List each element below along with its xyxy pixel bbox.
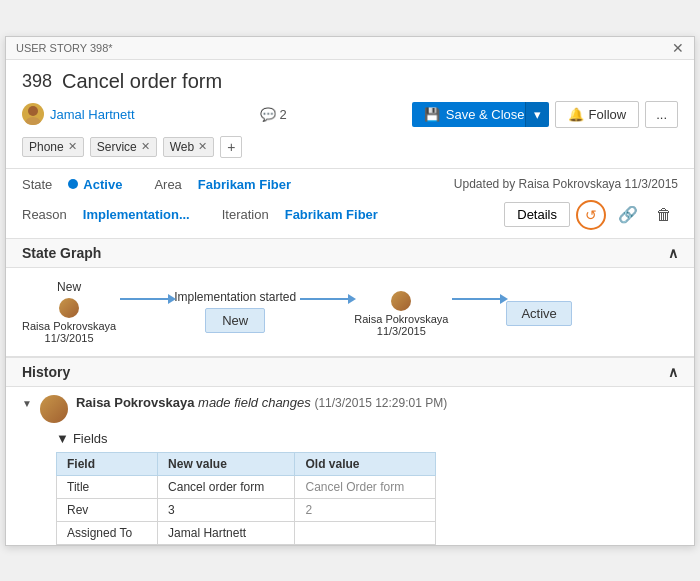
history-title: History [22, 364, 70, 380]
arrow2 [300, 294, 350, 330]
meta-row2: Reason Implementation... Iteration Fabri… [6, 196, 694, 238]
link-button[interactable]: 🔗 [612, 201, 644, 228]
toolbar-buttons: 💾 Save & Close ▾ 🔔 Follow ... [412, 101, 678, 128]
save-icon: 💾 [424, 107, 440, 122]
follow-button[interactable]: 🔔 Follow [555, 101, 640, 128]
story-title: Cancel order form [62, 70, 222, 93]
history-collapse[interactable]: ∧ [668, 364, 678, 380]
history-clock-icon: ↺ [585, 207, 597, 223]
fields-section: ▼ Fields Field New value Old value Title… [6, 431, 694, 545]
details-button[interactable]: Details [504, 202, 570, 227]
tag-service-label: Service [97, 140, 137, 154]
more-button[interactable]: ... [645, 101, 678, 128]
history-action: made field changes [198, 395, 311, 410]
state-node-new-start: New Raisa Pokrovskaya 11/3/2015 [22, 280, 116, 344]
save-close-button[interactable]: 💾 Save & Close [412, 102, 525, 127]
history-user: Raisa Pokrovskaya [76, 395, 195, 410]
table-row: Rev 3 2 [57, 498, 436, 521]
follow-icon: 🔔 [568, 107, 584, 122]
state-value: Active [68, 177, 122, 192]
comment-count: 2 [280, 107, 287, 122]
tag-web-label: Web [170, 140, 194, 154]
table-row: Title Cancel order form Cancel Order for… [57, 475, 436, 498]
history-timestamp: (11/3/2015 12:29:01 PM) [314, 396, 447, 410]
state-node-impl-label: Implementation started [174, 290, 296, 304]
field-old-assigned [295, 521, 436, 544]
state-label: State [22, 177, 52, 192]
field-new-rev: 3 [158, 498, 295, 521]
tag-phone: Phone ✕ [22, 137, 84, 157]
active-dot [68, 179, 78, 189]
main-window: USER STORY 398* ✕ 398 Cancel order form … [5, 36, 695, 546]
arrow2-line [300, 298, 350, 300]
field-old-title: Cancel Order form [295, 475, 436, 498]
tag-service-close[interactable]: ✕ [141, 140, 150, 153]
state-node-new-label: New [57, 280, 81, 294]
state-graph-collapse[interactable]: ∧ [668, 245, 678, 261]
state-graph-header: State Graph ∧ [6, 238, 694, 268]
field-old-rev: 2 [295, 498, 436, 521]
state-node-active-box: Active [506, 297, 571, 326]
comment-area[interactable]: 💬 2 [260, 107, 287, 122]
tag-web-close[interactable]: ✕ [198, 140, 207, 153]
fields-label: Fields [73, 431, 108, 446]
history-header: History ∧ [6, 357, 694, 387]
arrow3-line [452, 298, 502, 300]
save-label: Save & Close [446, 107, 525, 122]
user-info: Jamal Hartnett [22, 103, 135, 125]
area-label: Area [154, 177, 181, 192]
state-node-avatar1 [59, 298, 79, 318]
details-buttons: Details ↺ 🔗 🗑 [504, 200, 678, 230]
reason-label: Reason [22, 207, 67, 222]
close-button[interactable]: ✕ [672, 41, 684, 55]
delete-button[interactable]: 🗑 [650, 202, 678, 228]
arrow1-line [120, 298, 170, 300]
add-tag-button[interactable]: + [220, 136, 242, 158]
iteration-label: Iteration [222, 207, 269, 222]
fields-header-row: Field New value Old value [57, 452, 436, 475]
state-node-avatar2 [391, 291, 411, 311]
table-row: Assigned To Jamal Hartnett [57, 521, 436, 544]
assignee-name: Jamal Hartnett [50, 107, 135, 122]
state-box-active: Active [506, 301, 571, 326]
reason-value: Implementation... [83, 207, 190, 222]
svg-point-1 [25, 117, 41, 125]
history-section: History ∧ ▼ Raisa Pokrovskaya made field… [6, 356, 694, 545]
arrow1 [120, 294, 170, 330]
state-graph-title: State Graph [22, 245, 101, 261]
history-entry: ▼ Raisa Pokrovskaya made field changes (… [6, 387, 694, 431]
save-dropdown-button[interactable]: ▾ [525, 102, 549, 127]
title-bar-label: USER STORY 398* [16, 42, 113, 54]
tags-row: Phone ✕ Service ✕ Web ✕ + [22, 136, 678, 158]
svg-point-0 [28, 106, 38, 116]
fields-triangle: ▼ [56, 431, 69, 446]
tag-phone-label: Phone [29, 140, 64, 154]
tag-phone-close[interactable]: ✕ [68, 140, 77, 153]
comment-icon: 💬 [260, 107, 276, 122]
history-icon-button[interactable]: ↺ [576, 200, 606, 230]
state-graph: New Raisa Pokrovskaya 11/3/2015 Implemen… [6, 268, 694, 356]
state-user2: Raisa Pokrovskaya [354, 313, 448, 325]
meta-row1: State Active Area Fabrikam Fiber Updated… [6, 169, 694, 196]
follow-label: Follow [589, 107, 627, 122]
fields-table: Field New value Old value Title Cancel o… [56, 452, 436, 545]
state-node-impl: Raisa Pokrovskaya 11/3/2015 [354, 287, 448, 337]
state-date2: 11/3/2015 [377, 325, 426, 337]
history-entry-text: Raisa Pokrovskaya made field changes (11… [76, 395, 447, 410]
field-name-rev: Rev [57, 498, 158, 521]
state-user1: Raisa Pokrovskaya [22, 320, 116, 332]
field-new-title: Cancel order form [158, 475, 295, 498]
history-avatar [40, 395, 68, 423]
area-value: Fabrikam Fiber [198, 177, 291, 192]
fields-header: ▼ Fields [56, 431, 678, 446]
col-field: Field [57, 452, 158, 475]
state-node-new-box: Implementation started New [174, 290, 296, 333]
state-date1: 11/3/2015 [45, 332, 94, 344]
save-group: 💾 Save & Close ▾ [412, 102, 549, 127]
header-section: 398 Cancel order form Jamal Hartnett 💬 2 [6, 60, 694, 158]
avatar [22, 103, 44, 125]
field-new-assigned: Jamal Hartnett [158, 521, 295, 544]
arrow3 [452, 294, 502, 330]
updated-text: Updated by Raisa Pokrovskaya 11/3/2015 [454, 177, 678, 191]
iteration-value: Fabrikam Fiber [285, 207, 378, 222]
